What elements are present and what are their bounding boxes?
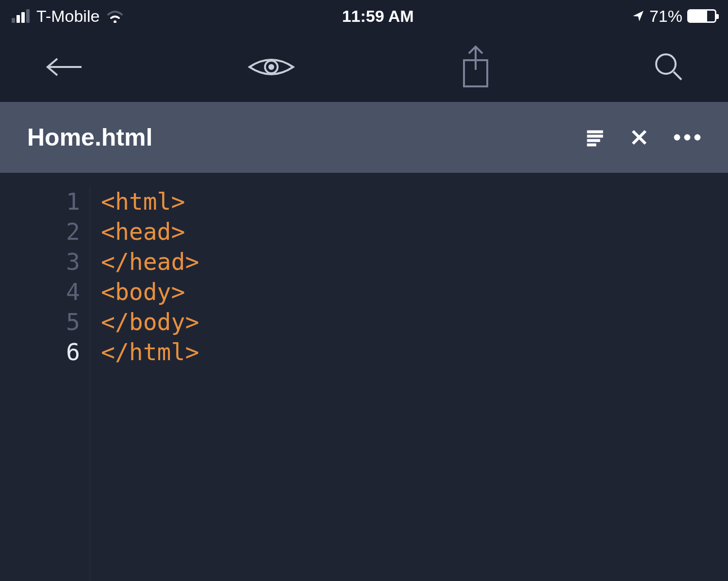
- tab-actions: [585, 128, 701, 147]
- search-button[interactable]: [653, 51, 684, 83]
- code-content[interactable]: <html> <head> </head> <body> </body> </h…: [90, 186, 199, 581]
- back-button[interactable]: [44, 55, 85, 79]
- share-icon: [457, 44, 494, 90]
- search-icon: [653, 51, 684, 83]
- location-icon: [632, 10, 645, 22]
- code-line[interactable]: </html>: [101, 337, 199, 367]
- svg-rect-8: [587, 135, 603, 137]
- code-line[interactable]: </body>: [101, 307, 199, 337]
- code-line[interactable]: <head>: [101, 216, 199, 247]
- code-line[interactable]: </head>: [101, 247, 199, 277]
- battery-icon: [687, 9, 716, 23]
- arrow-left-icon: [44, 55, 85, 79]
- line-number: 6: [0, 337, 80, 367]
- preview-button[interactable]: [245, 50, 298, 84]
- tab-filename: Home.html: [27, 123, 152, 151]
- eye-icon: [245, 50, 298, 84]
- line-gutter: 1 2 3 4 5 6: [0, 186, 90, 581]
- status-left: T-Mobile: [12, 7, 124, 26]
- code-line[interactable]: <html>: [101, 186, 199, 216]
- code-editor[interactable]: 1 2 3 4 5 6 <html> <head> </head> <body>…: [0, 173, 728, 581]
- line-number: 4: [0, 277, 80, 307]
- line-number: 2: [0, 216, 80, 247]
- line-number: 3: [0, 247, 80, 277]
- svg-point-5: [656, 54, 676, 74]
- close-icon[interactable]: [630, 128, 648, 147]
- app-toolbar: [0, 32, 728, 102]
- line-number: 1: [0, 186, 80, 216]
- format-lines-icon[interactable]: [585, 128, 605, 147]
- line-number: 5: [0, 307, 80, 337]
- status-bar: T-Mobile 11:59 AM 71%: [0, 0, 728, 32]
- tab-bar: Home.html: [0, 102, 728, 173]
- svg-line-6: [674, 72, 681, 80]
- svg-rect-9: [587, 139, 600, 142]
- more-icon[interactable]: [674, 134, 701, 141]
- wifi-icon: [106, 9, 124, 23]
- code-line[interactable]: <body>: [101, 277, 199, 307]
- svg-rect-7: [587, 131, 603, 133]
- battery-percent: 71%: [649, 7, 682, 26]
- svg-point-2: [269, 65, 273, 69]
- svg-point-13: [674, 134, 680, 140]
- clock: 11:59 AM: [342, 7, 414, 26]
- carrier-label: T-Mobile: [36, 7, 99, 26]
- status-right: 71%: [632, 7, 716, 26]
- svg-point-15: [695, 134, 700, 140]
- svg-point-14: [684, 134, 690, 140]
- signal-icon: [12, 9, 30, 23]
- svg-rect-10: [587, 144, 596, 146]
- share-button[interactable]: [457, 44, 494, 90]
